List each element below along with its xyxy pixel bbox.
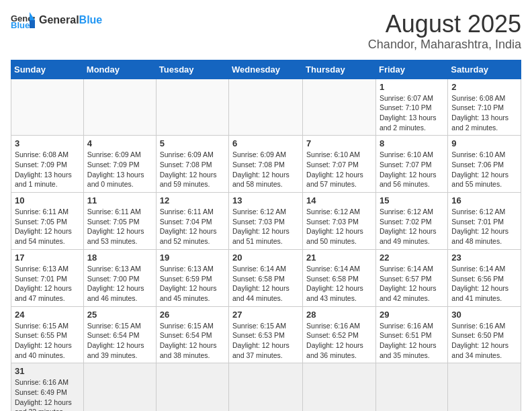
calendar-cell: 26Sunrise: 6:15 AM Sunset: 6:54 PM Dayli…	[156, 306, 228, 363]
day-number: 2	[451, 82, 517, 92]
calendar-week-row: 3Sunrise: 6:08 AM Sunset: 7:09 PM Daylig…	[11, 136, 521, 193]
calendar-cell: 8Sunrise: 6:10 AM Sunset: 7:07 PM Daylig…	[375, 136, 447, 193]
day-number: 15	[380, 195, 444, 205]
day-info: Sunrise: 6:13 AM Sunset: 6:59 PM Dayligh…	[160, 264, 225, 304]
day-number: 23	[451, 253, 517, 263]
day-info: Sunrise: 6:16 AM Sunset: 6:52 PM Dayligh…	[306, 321, 372, 361]
calendar-cell: 19Sunrise: 6:13 AM Sunset: 6:59 PM Dayli…	[156, 249, 228, 306]
day-info: Sunrise: 6:10 AM Sunset: 7:07 PM Dayligh…	[380, 150, 444, 189]
calendar-cell: 30Sunrise: 6:16 AM Sunset: 6:50 PM Dayli…	[448, 306, 521, 363]
day-info: Sunrise: 6:15 AM Sunset: 6:55 PM Dayligh…	[15, 321, 80, 361]
calendar-week-row: 1Sunrise: 6:07 AM Sunset: 7:10 PM Daylig…	[11, 79, 521, 136]
day-number: 13	[232, 195, 299, 205]
calendar-cell	[375, 363, 447, 411]
calendar-body: 1Sunrise: 6:07 AM Sunset: 7:10 PM Daylig…	[11, 79, 521, 411]
calendar-cell: 15Sunrise: 6:12 AM Sunset: 7:02 PM Dayli…	[375, 193, 447, 250]
calendar-cell	[303, 79, 376, 136]
day-info: Sunrise: 6:09 AM Sunset: 7:09 PM Dayligh…	[87, 150, 152, 189]
calendar-title: August 2025	[368, 11, 521, 38]
calendar-week-row: 24Sunrise: 6:15 AM Sunset: 6:55 PM Dayli…	[11, 306, 521, 363]
day-number: 20	[232, 253, 299, 263]
day-number: 26	[160, 310, 225, 320]
weekday-header-cell: Monday	[83, 60, 156, 79]
calendar-cell: 1Sunrise: 6:07 AM Sunset: 7:10 PM Daylig…	[375, 79, 447, 136]
calendar-cell: 2Sunrise: 6:08 AM Sunset: 7:10 PM Daylig…	[448, 79, 521, 136]
calendar-cell: 6Sunrise: 6:09 AM Sunset: 7:08 PM Daylig…	[229, 136, 303, 193]
weekday-header-cell: Sunday	[11, 60, 84, 79]
svg-marker-3	[30, 20, 35, 28]
day-number: 11	[87, 195, 152, 205]
day-number: 14	[306, 195, 372, 205]
calendar-cell: 16Sunrise: 6:12 AM Sunset: 7:01 PM Dayli…	[448, 193, 521, 250]
day-info: Sunrise: 6:12 AM Sunset: 7:02 PM Dayligh…	[380, 207, 444, 246]
day-number: 31	[15, 366, 80, 376]
calendar-cell: 23Sunrise: 6:14 AM Sunset: 6:56 PM Dayli…	[448, 249, 521, 306]
day-number: 7	[306, 138, 372, 148]
weekday-header-cell: Tuesday	[156, 60, 228, 79]
calendar-cell: 25Sunrise: 6:15 AM Sunset: 6:54 PM Dayli…	[83, 306, 156, 363]
calendar-cell: 13Sunrise: 6:12 AM Sunset: 7:03 PM Dayli…	[229, 193, 303, 250]
calendar-cell: 29Sunrise: 6:16 AM Sunset: 6:51 PM Dayli…	[375, 306, 447, 363]
calendar-cell: 21Sunrise: 6:14 AM Sunset: 6:58 PM Dayli…	[303, 249, 376, 306]
day-number: 25	[87, 310, 152, 320]
calendar-cell: 31Sunrise: 6:16 AM Sunset: 6:49 PM Dayli…	[11, 363, 84, 411]
calendar-cell	[83, 79, 156, 136]
day-info: Sunrise: 6:16 AM Sunset: 6:51 PM Dayligh…	[380, 321, 444, 361]
day-info: Sunrise: 6:13 AM Sunset: 7:01 PM Dayligh…	[15, 264, 80, 304]
day-info: Sunrise: 6:10 AM Sunset: 7:06 PM Dayligh…	[451, 150, 517, 189]
calendar-cell	[156, 79, 228, 136]
weekday-header-row: SundayMondayTuesdayWednesdayThursdayFrid…	[11, 60, 521, 79]
day-number: 17	[15, 253, 80, 263]
calendar-cell: 27Sunrise: 6:15 AM Sunset: 6:53 PM Dayli…	[229, 306, 303, 363]
calendar-cell: 10Sunrise: 6:11 AM Sunset: 7:05 PM Dayli…	[11, 193, 84, 250]
day-info: Sunrise: 6:12 AM Sunset: 7:01 PM Dayligh…	[451, 207, 517, 246]
calendar-cell: 17Sunrise: 6:13 AM Sunset: 7:01 PM Dayli…	[11, 249, 84, 306]
day-info: Sunrise: 6:12 AM Sunset: 7:03 PM Dayligh…	[306, 207, 372, 246]
calendar-week-row: 10Sunrise: 6:11 AM Sunset: 7:05 PM Dayli…	[11, 193, 521, 250]
calendar-cell	[448, 363, 521, 411]
day-info: Sunrise: 6:08 AM Sunset: 7:10 PM Dayligh…	[451, 93, 517, 133]
calendar-cell	[229, 363, 303, 411]
calendar-cell: 11Sunrise: 6:11 AM Sunset: 7:05 PM Dayli…	[83, 193, 156, 250]
day-info: Sunrise: 6:14 AM Sunset: 6:58 PM Dayligh…	[306, 264, 372, 304]
calendar-cell	[11, 79, 84, 136]
day-info: Sunrise: 6:14 AM Sunset: 6:56 PM Dayligh…	[451, 264, 517, 304]
calendar-week-row: 31Sunrise: 6:16 AM Sunset: 6:49 PM Dayli…	[11, 363, 521, 411]
day-info: Sunrise: 6:14 AM Sunset: 6:57 PM Dayligh…	[380, 264, 444, 304]
day-number: 10	[15, 195, 80, 205]
day-info: Sunrise: 6:11 AM Sunset: 7:05 PM Dayligh…	[15, 207, 80, 246]
day-info: Sunrise: 6:16 AM Sunset: 6:49 PM Dayligh…	[15, 377, 80, 411]
calendar-cell: 20Sunrise: 6:14 AM Sunset: 6:58 PM Dayli…	[229, 249, 303, 306]
calendar-subtitle: Chandor, Maharashtra, India	[368, 38, 521, 52]
day-number: 22	[380, 253, 444, 263]
day-number: 8	[380, 138, 444, 148]
day-number: 27	[232, 310, 299, 320]
day-info: Sunrise: 6:16 AM Sunset: 6:50 PM Dayligh…	[451, 321, 517, 361]
weekday-header-cell: Friday	[375, 60, 447, 79]
calendar-cell: 14Sunrise: 6:12 AM Sunset: 7:03 PM Dayli…	[303, 193, 376, 250]
day-info: Sunrise: 6:08 AM Sunset: 7:09 PM Dayligh…	[15, 150, 80, 189]
calendar-cell	[156, 363, 228, 411]
day-info: Sunrise: 6:15 AM Sunset: 6:54 PM Dayligh…	[160, 321, 225, 361]
day-info: Sunrise: 6:15 AM Sunset: 6:54 PM Dayligh…	[87, 321, 152, 361]
calendar-cell: 5Sunrise: 6:09 AM Sunset: 7:08 PM Daylig…	[156, 136, 228, 193]
calendar-cell: 28Sunrise: 6:16 AM Sunset: 6:52 PM Dayli…	[303, 306, 376, 363]
day-number: 21	[306, 253, 372, 263]
day-info: Sunrise: 6:07 AM Sunset: 7:10 PM Dayligh…	[380, 93, 444, 133]
weekday-header-cell: Wednesday	[229, 60, 303, 79]
calendar-cell	[83, 363, 156, 411]
day-number: 29	[380, 310, 444, 320]
day-number: 1	[380, 82, 444, 92]
svg-text:Blue: Blue	[11, 20, 30, 30]
day-number: 3	[15, 138, 80, 148]
calendar-cell: 22Sunrise: 6:14 AM Sunset: 6:57 PM Dayli…	[375, 249, 447, 306]
logo-icon: General Blue	[11, 11, 35, 30]
day-number: 9	[451, 138, 517, 148]
calendar-cell: 7Sunrise: 6:10 AM Sunset: 7:07 PM Daylig…	[303, 136, 376, 193]
weekday-header-cell: Saturday	[448, 60, 521, 79]
day-info: Sunrise: 6:12 AM Sunset: 7:03 PM Dayligh…	[232, 207, 299, 246]
day-number: 6	[232, 138, 299, 148]
logo-text: GeneralBlue	[39, 14, 102, 26]
calendar-cell	[303, 363, 376, 411]
day-info: Sunrise: 6:14 AM Sunset: 6:58 PM Dayligh…	[232, 264, 299, 304]
